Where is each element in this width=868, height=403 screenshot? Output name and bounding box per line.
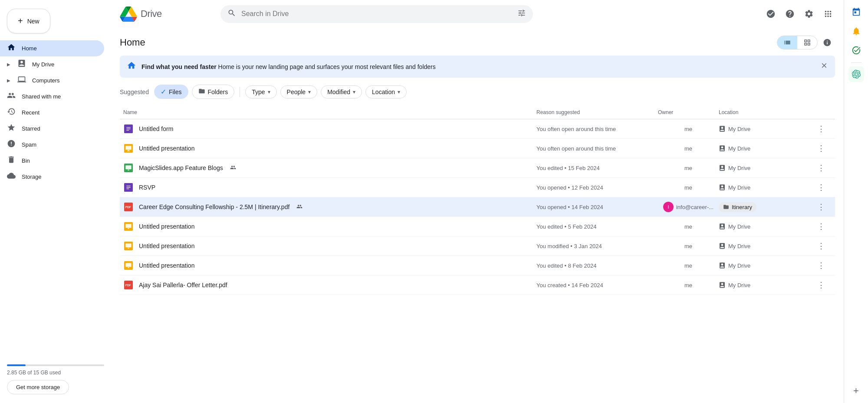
file-name-cell: Untitled presentation: [123, 221, 536, 232]
banner-close-button[interactable]: [820, 62, 828, 72]
file-owner-cell: I info@career-...: [658, 202, 719, 212]
filter-chip-type[interactable]: Type ▾: [245, 85, 276, 98]
col-reason: Reason suggested: [536, 109, 658, 115]
table-row[interactable]: Untitled presentation You modified • 3 J…: [120, 236, 835, 256]
storage-bar-background: [7, 364, 104, 366]
chatgpt-icon[interactable]: [848, 66, 864, 82]
more-options-button[interactable]: ⋮: [814, 220, 828, 233]
location-text: My Drive: [728, 282, 750, 288]
list-view-button[interactable]: [777, 36, 797, 49]
sidebar-item-starred[interactable]: Starred: [0, 121, 104, 137]
notification-icon[interactable]: [848, 23, 865, 40]
file-owner: me: [658, 126, 719, 132]
search-bar[interactable]: [220, 5, 533, 23]
sidebar-item-home[interactable]: Home: [0, 40, 104, 56]
page-title: Home: [120, 37, 145, 48]
filter-chip-files[interactable]: ✓ Files: [154, 85, 188, 99]
sidebar-item-storage-label: Storage: [22, 174, 42, 180]
location-chip: Itinerary: [719, 202, 756, 212]
search-filter-icon[interactable]: [517, 9, 526, 20]
more-options-button[interactable]: ⋮: [814, 141, 828, 155]
search-input[interactable]: [241, 10, 512, 18]
modified-chip-label: Modified: [327, 88, 350, 95]
table-row[interactable]: Untitled presentation You edited • 8 Feb…: [120, 256, 835, 275]
view-toggle: [777, 36, 818, 49]
file-location: My Drive: [719, 145, 814, 152]
table-row[interactable]: MagicSlides.app Feature Blogs You edited…: [120, 158, 835, 178]
get-more-storage-button[interactable]: Get more storage: [7, 380, 69, 394]
slides-icon: [123, 241, 134, 251]
sidebar-item-storage[interactable]: Storage: [0, 169, 104, 185]
table-row[interactable]: PDF Career Edge Consulting Fellowship - …: [120, 197, 835, 217]
drive-logo: [120, 7, 137, 22]
sidebar-item-recent[interactable]: Recent: [0, 105, 104, 121]
calendar-icon[interactable]: [848, 3, 865, 21]
home-icon: [7, 43, 16, 54]
sidebar-item-shared[interactable]: Shared with me: [0, 88, 104, 105]
sidebar-item-bin[interactable]: Bin: [0, 153, 104, 169]
folders-chip-label: Folders: [208, 88, 228, 95]
file-owner: me: [658, 223, 719, 230]
more-options-button[interactable]: ⋮: [814, 239, 828, 253]
slides-green-icon: [123, 163, 134, 173]
bin-icon: [7, 155, 16, 166]
info-button[interactable]: [819, 35, 835, 50]
table-row[interactable]: Untitled presentation You often open aro…: [120, 139, 835, 158]
file-name: Untitled form: [139, 125, 173, 132]
sidebar-item-computers[interactable]: ▶ Computers: [0, 72, 104, 88]
svg-text:PDF: PDF: [125, 284, 131, 287]
file-location: My Drive: [719, 242, 814, 249]
check-circle-button[interactable]: [762, 5, 779, 23]
file-reason: You opened • 12 Feb 2024: [536, 184, 658, 191]
storage-icon: [7, 171, 16, 182]
right-sidebar: +: [844, 0, 868, 403]
filter-chip-location[interactable]: Location ▾: [365, 85, 407, 98]
svg-rect-4: [127, 151, 130, 151]
settings-button[interactable]: [800, 5, 818, 23]
sidebar-item-recent-label: Recent: [22, 109, 39, 116]
tasks-icon[interactable]: [848, 42, 865, 59]
sidebar-item-spam[interactable]: Spam: [0, 137, 104, 153]
help-button[interactable]: [781, 5, 799, 23]
expand-arrow-icon: ▶: [7, 62, 10, 67]
filter-chip-modified[interactable]: Modified ▾: [321, 85, 362, 98]
table-row[interactable]: Untitled presentation You edited • 5 Feb…: [120, 217, 835, 236]
sidebar-item-my-drive-label: My Drive: [32, 61, 54, 68]
location-text: My Drive: [728, 184, 750, 191]
app-title: Drive: [141, 8, 162, 20]
file-location: My Drive: [719, 184, 814, 191]
add-apps-button[interactable]: +: [848, 382, 865, 400]
file-name-cell: Untitled presentation: [123, 143, 536, 154]
banner-text: Find what you need faster Home is your n…: [141, 63, 815, 70]
more-options-button[interactable]: ⋮: [814, 122, 828, 136]
more-options-button[interactable]: ⋮: [814, 278, 828, 292]
people-chip-label: People: [287, 88, 306, 95]
computer-icon: [17, 75, 26, 86]
file-owner: info@career-...: [676, 204, 713, 210]
file-name: Untitled presentation: [139, 145, 194, 152]
svg-rect-16: [128, 248, 129, 249]
svg-rect-18: [125, 263, 131, 267]
table-row[interactable]: RSVP You opened • 12 Feb 2024 me My Driv…: [120, 178, 835, 197]
logo-area: Drive: [118, 7, 214, 22]
content-header: Home: [120, 28, 835, 56]
more-options-button[interactable]: ⋮: [814, 180, 828, 194]
filter-chip-folders[interactable]: Folders: [192, 85, 235, 99]
svg-rect-3: [128, 150, 129, 151]
svg-rect-2: [125, 146, 131, 150]
filter-chip-people[interactable]: People ▾: [280, 85, 318, 98]
more-options-button[interactable]: ⋮: [814, 161, 828, 175]
new-button[interactable]: + New: [7, 9, 50, 33]
svg-text:PDF: PDF: [125, 206, 131, 209]
apps-button[interactable]: [819, 5, 837, 23]
shared-icon: [7, 91, 16, 102]
grid-view-button[interactable]: [797, 36, 817, 49]
file-location: My Drive: [719, 164, 814, 171]
file-name: Ajay Sai Pallerla- Offer Letter.pdf: [139, 282, 227, 288]
table-row[interactable]: Untitled form You often open around this…: [120, 119, 835, 139]
table-row[interactable]: PDF Ajay Sai Pallerla- Offer Letter.pdf …: [120, 275, 835, 295]
more-options-button[interactable]: ⋮: [814, 259, 828, 272]
more-options-button[interactable]: ⋮: [814, 200, 828, 214]
slides-icon: [123, 260, 134, 271]
sidebar-item-my-drive[interactable]: ▶ My Drive: [0, 56, 104, 72]
